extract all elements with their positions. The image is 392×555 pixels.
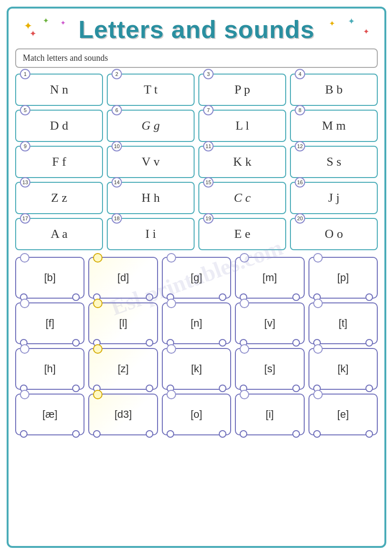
letter-label-12: S s (327, 155, 341, 169)
letter-label-3: P p (234, 83, 250, 97)
corner-circle-19 (240, 390, 249, 399)
sound-label-1: [b] (44, 272, 56, 284)
corner-circle-2 (93, 253, 103, 263)
sound-card-10[interactable]: [t] (308, 302, 378, 344)
letter-card-14[interactable]: 14H h (107, 182, 195, 214)
sound-card-11[interactable]: [h] (15, 348, 84, 390)
sound-card-12[interactable]: [z] (88, 348, 158, 390)
num-badge-3: 3 (203, 69, 214, 79)
sound-card-14[interactable]: [s] (235, 348, 304, 390)
corner-circle-10 (313, 299, 323, 308)
corner-circle-11 (20, 344, 29, 354)
num-badge-20: 20 (295, 213, 305, 224)
sound-card-2[interactable]: [d] (88, 257, 158, 299)
letter-card-10[interactable]: 10V v (107, 146, 195, 178)
main-page: ✦ ✦ ✦ ✦ Letters and sounds ✦ ✦ ✦ Match l… (7, 7, 386, 548)
sound-card-9[interactable]: [v] (235, 302, 304, 344)
sound-label-14: [s] (264, 363, 275, 375)
letter-card-15[interactable]: 15C c (198, 182, 286, 214)
star-4-icon: ✦ (60, 19, 66, 27)
instruction-box: Match letters and sounds (15, 48, 378, 68)
corner-circle-5 (313, 253, 323, 263)
star-6-icon: ✦ (348, 16, 355, 27)
corner-circle-1 (20, 253, 29, 263)
letter-label-16: J j (328, 191, 340, 205)
letter-label-10: V v (142, 155, 160, 169)
star-5-icon: ✦ (329, 19, 335, 28)
num-badge-8: 8 (295, 105, 305, 115)
sound-label-5: [p] (337, 272, 349, 284)
sound-label-6: [f] (46, 317, 54, 329)
letter-card-11[interactable]: 11K k (198, 146, 286, 178)
sound-card-6[interactable]: [f] (15, 302, 84, 344)
num-badge-16: 16 (295, 177, 305, 188)
letter-card-8[interactable]: 8M m (290, 110, 378, 142)
letter-label-8: M m (322, 119, 346, 133)
letter-label-15: C c (234, 191, 251, 205)
letter-label-1: N n (50, 83, 68, 97)
sound-card-5[interactable]: [p] (308, 257, 378, 299)
letter-card-5[interactable]: 5D d (15, 110, 103, 142)
corner-circle-3 (167, 253, 176, 263)
letter-card-13[interactable]: 13Z z (15, 182, 103, 214)
corner-circle-6 (20, 299, 29, 308)
sound-label-7: [l] (119, 317, 127, 329)
corner-circle-13 (167, 344, 176, 354)
letter-card-4[interactable]: 4B b (290, 74, 378, 106)
num-badge-2: 2 (112, 69, 122, 79)
sound-card-7[interactable]: [l] (88, 302, 158, 344)
letter-card-18[interactable]: 18I i (107, 218, 195, 250)
letter-card-20[interactable]: 20O o (290, 218, 378, 250)
letter-card-16[interactable]: 16J j (290, 182, 378, 214)
sound-card-16[interactable]: [æ] (15, 394, 84, 435)
sound-card-3[interactable]: [g] (162, 257, 231, 299)
letter-card-2[interactable]: 2T t (107, 74, 195, 106)
letter-label-4: B b (325, 83, 343, 97)
sound-label-18: [o] (191, 408, 202, 421)
sound-card-1[interactable]: [b] (15, 257, 84, 299)
sound-card-19[interactable]: [i] (235, 394, 304, 435)
letter-label-5: D d (50, 119, 68, 133)
sound-card-15[interactable]: [k] (308, 348, 378, 390)
sound-label-9: [v] (264, 317, 275, 329)
sound-card-18[interactable]: [o] (162, 394, 231, 435)
corner-circle-4 (240, 253, 249, 263)
num-badge-15: 15 (203, 177, 214, 188)
sound-label-4: [m] (262, 272, 277, 284)
letter-label-6: G g (141, 119, 159, 133)
sound-card-8[interactable]: [n] (162, 302, 231, 344)
num-badge-11: 11 (203, 141, 214, 151)
letter-card-7[interactable]: 7L l (198, 110, 286, 142)
letter-label-11: K k (233, 155, 251, 169)
num-badge-10: 10 (112, 141, 122, 151)
letter-card-3[interactable]: 3P p (198, 74, 286, 106)
num-badge-19: 19 (203, 213, 214, 224)
sound-label-13: [k] (191, 363, 202, 375)
sound-label-19: [i] (266, 408, 274, 421)
letter-card-12[interactable]: 12S s (290, 146, 378, 178)
sound-card-17[interactable]: [d3] (88, 394, 158, 435)
sound-card-20[interactable]: [e] (308, 394, 378, 435)
sound-label-10: [t] (339, 317, 347, 329)
letter-grid: 1N n2T t3P p4B b5D d6G g7L l8M m9F f10V … (15, 74, 378, 250)
letter-label-14: H h (141, 191, 159, 205)
num-badge-17: 17 (20, 213, 30, 224)
letter-label-9: F f (52, 155, 66, 169)
num-badge-5: 5 (20, 105, 30, 115)
title-row: ✦ ✦ ✦ ✦ Letters and sounds ✦ ✦ ✦ (15, 15, 378, 44)
sound-card-4[interactable]: [m] (235, 257, 304, 299)
star-3-icon: ✦ (29, 28, 37, 39)
sound-card-13[interactable]: [k] (162, 348, 231, 390)
corner-circle-8 (167, 299, 176, 308)
corner-circle-7 (93, 299, 103, 308)
letter-card-9[interactable]: 9F f (15, 146, 103, 178)
letter-card-1[interactable]: 1N n (15, 74, 103, 106)
sound-label-11: [h] (44, 363, 56, 375)
letter-card-17[interactable]: 17A a (15, 218, 103, 250)
page-title: Letters and sounds (78, 15, 315, 44)
letter-card-19[interactable]: 19E e (198, 218, 286, 250)
letter-card-6[interactable]: 6G g (107, 110, 195, 142)
instruction-text: Match letters and sounds (23, 53, 108, 63)
num-badge-14: 14 (112, 177, 122, 188)
num-badge-1: 1 (20, 69, 30, 79)
